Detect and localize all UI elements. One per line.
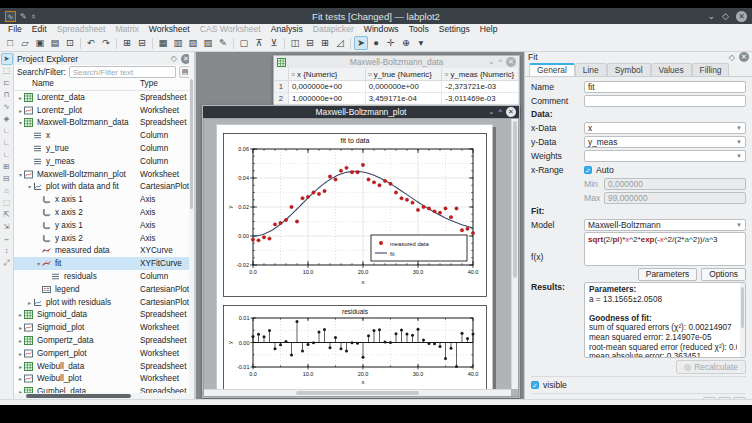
float-dock-icon[interactable]: ◇ [729, 53, 735, 62]
tree-item-weibull-data[interactable]: ▸Weibull_dataSpreadsheet [14, 360, 194, 373]
menu-edit[interactable]: Edit [27, 24, 52, 35]
column-header-x[interactable]: ≡x {Numeric} [289, 68, 366, 80]
zoom-select-y-icon[interactable]: ⊓ [1, 89, 13, 101]
weights-select[interactable]: ▼ [584, 150, 746, 162]
scale-auto-icon[interactable]: ⤢ [1, 257, 13, 269]
save-configuration-icon[interactable]: ▣ [718, 397, 731, 399]
residuals-chart[interactable]: residuals0.010.020.030.040.0-0.010.000.0… [223, 305, 487, 391]
tree-item-plot-with-residuals[interactable]: ▸plot with residualsCartesianPlot [14, 296, 194, 309]
new-spreadsheet-icon[interactable]: ▦ [156, 36, 170, 50]
menu-settings[interactable]: Settings [434, 24, 475, 35]
datapicker-pen-icon[interactable]: ✎ [20, 11, 27, 22]
shift-up-y-icon[interactable]: ↕ [1, 245, 13, 257]
spreadsheet-window-titlebar[interactable]: Maxwell-Boltzmann_data ⌄ ^ ✕ [274, 56, 519, 68]
tree-item-x-axis-1[interactable]: x axis 1Axis [14, 193, 194, 206]
tree-item-gompert-plot[interactable]: ▸Gompert_plotWorksheet [14, 347, 194, 360]
tab-filling[interactable]: Filling [692, 63, 730, 76]
select-mode-icon[interactable]: ➤ [354, 36, 368, 50]
zoom-select-icon[interactable]: ⬚ [1, 65, 13, 77]
expander-closed-icon[interactable]: ▸ [17, 311, 24, 318]
magnify-mode-icon[interactable]: ⊕ [399, 36, 413, 50]
parameters-button[interactable]: Parameters [638, 268, 697, 281]
tree-item-plot-with-data-and-fit[interactable]: ▾plot with data and fitCartesianPlot [14, 181, 194, 194]
zoom-mode-icon[interactable]: ● [369, 36, 383, 50]
window-maximize-icon[interactable]: ^ [498, 107, 502, 117]
window-close-icon[interactable]: ✕ [506, 107, 516, 117]
column-header-type[interactable]: Type [140, 79, 194, 90]
menu-worksheet[interactable]: Worksheet [144, 24, 195, 35]
expander-open-icon[interactable]: ▾ [17, 119, 24, 126]
zoom-fit-y-icon[interactable]: ⇲ [1, 221, 13, 233]
add-xy-curve-icon[interactable]: ∿ [1, 101, 13, 113]
open-project-icon[interactable]: ▱ [18, 36, 32, 50]
tree-item-legend[interactable]: legendCartesianPlotL [14, 283, 194, 296]
table-cell[interactable]: -2,373721e-03 [442, 81, 519, 92]
fit-to-data-chart[interactable]: fit to data0.010.020.030.040.0-0.020.000… [223, 133, 487, 297]
formula-box[interactable]: sqrt(2/pi)*x^2*exp(-x^2/(2*a^2))/a^3 [584, 232, 746, 266]
corner-cell[interactable] [274, 68, 289, 80]
redo-icon[interactable]: ↷ [99, 36, 113, 50]
table-cell[interactable]: 3,459171e-04 [366, 93, 443, 104]
menu-tools[interactable]: Tools [404, 24, 434, 35]
tree-item-maxwell-boltzmann-data[interactable]: ▾Maxwell-Boltzmann_dataSpreadsheet [14, 117, 194, 130]
save-project-icon[interactable]: ▣ [33, 36, 47, 50]
new-folder-icon[interactable]: ⊞ [120, 36, 134, 50]
window-minimize-icon[interactable]: ⌄ [488, 107, 494, 117]
new-worksheet-icon[interactable]: ▧ [186, 36, 200, 50]
expander-closed-icon[interactable]: ▸ [17, 107, 24, 114]
tree-item-gompertz-data[interactable]: ▸Gompertz_dataSpreadsheet [14, 334, 194, 347]
minimize-icon[interactable]: ⌄ [708, 10, 716, 22]
model-select[interactable]: Maxwell-Boltzmann▼ [584, 219, 746, 231]
tab-general[interactable]: General [529, 63, 575, 76]
new-datapicker-icon[interactable]: ✎ [216, 36, 230, 50]
more-options-icon[interactable]: ▾ [414, 36, 428, 50]
worksheet-horizontal-scrollbar[interactable] [204, 389, 511, 396]
zoom-in-icon[interactable]: ⊞ [1, 161, 13, 173]
break-layout-icon[interactable]: ◿ [333, 36, 347, 50]
menu-matrix[interactable]: Matrix [110, 24, 143, 35]
crosshair-mode-icon[interactable]: ✛ [384, 36, 398, 50]
recalculate-button[interactable]: ◎Recalculate [676, 360, 746, 374]
menu-help[interactable]: Help [475, 24, 503, 35]
float-dock-icon[interactable]: ◇ [171, 54, 177, 63]
worksheet-vertical-scrollbar[interactable] [511, 119, 518, 389]
row-number[interactable]: 2 [274, 93, 289, 104]
expander-closed-icon[interactable]: ▸ [26, 299, 33, 306]
new-note-icon[interactable]: ▢ [237, 36, 251, 50]
undo-icon[interactable]: ↶ [84, 36, 98, 50]
expander-open-icon[interactable]: ▾ [35, 260, 42, 267]
max-field[interactable] [604, 192, 746, 204]
window-minimize-icon[interactable]: ⌄ [488, 57, 494, 67]
zoom-out-icon[interactable]: ⊟ [1, 173, 13, 185]
new-matrix-icon[interactable]: ▥ [171, 36, 185, 50]
expander-closed-icon[interactable]: ▸ [17, 363, 24, 370]
tree-item-x[interactable]: xColumn [14, 129, 194, 142]
print-preview-icon[interactable]: ⊡ [63, 36, 77, 50]
visible-checkbox[interactable]: ✓ [531, 381, 539, 389]
import-data-icon[interactable]: ⊼ [252, 36, 266, 50]
tree-item-lorentz-data[interactable]: ▸Lorentz_dataSpreadsheet [14, 91, 194, 104]
new-cas-worksheet-icon[interactable]: ▨ [201, 36, 215, 50]
tree-item-y-axis-2[interactable]: y axis 2Axis [14, 232, 194, 245]
results-scrollbar[interactable] [740, 283, 745, 357]
window-maximize-icon[interactable]: ^ [498, 57, 502, 67]
expander-closed-icon[interactable]: ▸ [17, 350, 24, 357]
menu-cas-worksheet[interactable]: CAS Worksheet [195, 24, 266, 35]
column-header-y_meas[interactable]: ≡y_meas {Numeric} [442, 68, 519, 80]
min-field[interactable] [604, 178, 746, 190]
zoom-origin-icon[interactable]: ⌂ [1, 185, 13, 197]
select-pointer-icon[interactable]: ➤ [1, 53, 13, 65]
new-workbook-icon[interactable]: ⊟ [135, 36, 149, 50]
expander-closed-icon[interactable]: ▸ [17, 337, 24, 344]
add-equation-curve-icon[interactable]: ◈ [1, 113, 13, 125]
menu-file[interactable]: File [3, 24, 27, 35]
expander-closed-icon[interactable]: ▸ [17, 324, 24, 331]
menu-windows[interactable]: Windows [359, 24, 404, 35]
tree-item-y-axis-1[interactable]: y axis 1Axis [14, 219, 194, 232]
tab-values[interactable]: Values [651, 63, 692, 76]
row-number[interactable]: 1 [274, 81, 289, 92]
apply-configuration-icon[interactable]: ⊡ [733, 397, 746, 399]
comment-field[interactable] [584, 95, 746, 107]
table-cell[interactable]: 0,000000e+00 [366, 81, 443, 92]
tree-item-y-meas[interactable]: y_measColumn [14, 155, 194, 168]
